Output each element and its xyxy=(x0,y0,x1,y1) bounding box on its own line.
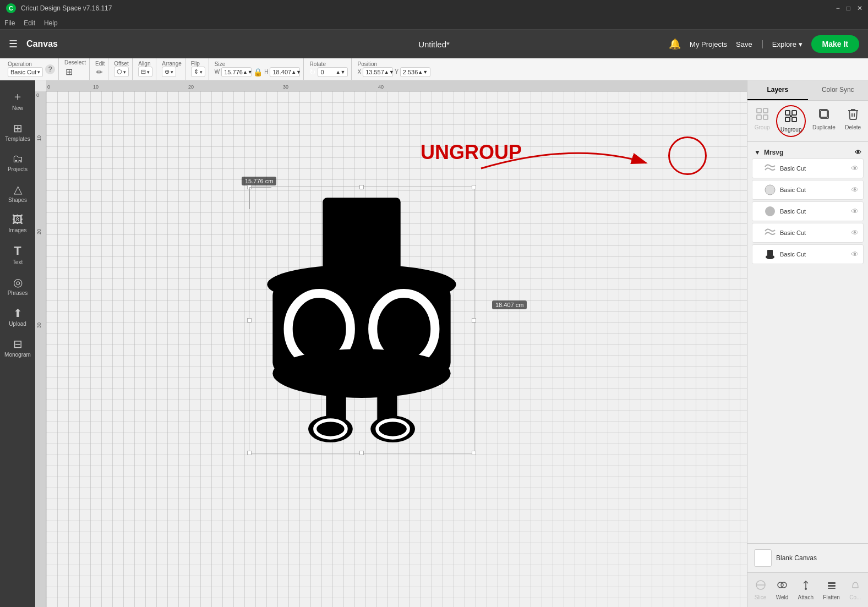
layer-thumb-5 xyxy=(763,248,777,261)
sidebar-item-phrases[interactable]: ◎ Phrases xyxy=(2,271,33,301)
sidebar-item-new[interactable]: ＋ New xyxy=(2,85,33,116)
flip-select[interactable]: ⇕ ▾ xyxy=(191,67,205,77)
left-sidebar: ＋ New ⊞ Templates 🗂 Projects △ Shapes 🖼 … xyxy=(0,80,35,607)
flip-chevron: ▾ xyxy=(200,69,203,75)
hamburger-menu[interactable]: ☰ xyxy=(9,38,18,50)
arrange-control: Arrange ⊕ ▾ xyxy=(162,61,182,77)
project-title: Untitled* xyxy=(418,40,450,49)
rotate-input[interactable]: 0 ▲▼ xyxy=(318,67,348,77)
align-icon: ⊟ xyxy=(141,68,146,75)
svg-image[interactable] xyxy=(249,187,474,453)
tab-color-sync[interactable]: Color Sync xyxy=(808,80,869,100)
svg-rect-40 xyxy=(828,588,836,589)
weld-icon xyxy=(777,579,788,593)
svg-rect-39 xyxy=(828,585,836,587)
design-canvas[interactable]: 15.776 cm 18.407 cm xyxy=(46,91,747,607)
collapse-icon: ▼ xyxy=(754,149,761,156)
layer-item-1[interactable]: Basic Cut 👁 xyxy=(752,158,864,178)
size-control: Size W 15.776 ▲▼ 🔒 H 18.407 ▲▼ xyxy=(215,62,301,77)
rotate-control: Rotate ↻ 0 ▲▼ xyxy=(309,62,348,77)
templates-label: Templates xyxy=(5,136,30,143)
toolbar: Operation Basic Cut ▾ ? Deselect ⊞ Edit … xyxy=(0,58,868,80)
menu-edit[interactable]: Edit xyxy=(24,19,35,27)
operation-select[interactable]: Basic Cut ▾ xyxy=(8,67,43,77)
explore-button[interactable]: Explore ▾ xyxy=(772,40,803,48)
svg-point-13 xyxy=(315,420,346,438)
nav-right: 🔔 My Projects Save | Explore ▾ Make It xyxy=(669,35,859,53)
ungroup-button[interactable]: Ungroup xyxy=(776,105,806,137)
layer-thumb-3 xyxy=(763,205,777,218)
position-y-input[interactable]: 2.536 ▲▼ xyxy=(400,67,430,77)
size-h-input[interactable]: 18.407 ▲▼ xyxy=(270,67,300,77)
save-button[interactable]: Save xyxy=(736,40,752,48)
deselect-button[interactable]: ⊞ xyxy=(64,65,74,78)
layer-item-5[interactable]: Basic Cut 👁 xyxy=(752,244,864,264)
close-btn[interactable]: ✕ xyxy=(857,4,862,12)
tab-layers[interactable]: Layers xyxy=(747,80,808,100)
my-projects-link[interactable]: My Projects xyxy=(690,40,727,48)
group-icon xyxy=(756,107,769,123)
svg-rect-17 xyxy=(757,108,761,113)
sidebar-item-images[interactable]: 🖼 Images xyxy=(2,209,33,238)
new-icon: ＋ xyxy=(12,89,23,104)
arrange-label: Arrange xyxy=(162,61,182,67)
weld-button[interactable]: Weld xyxy=(773,577,792,603)
sidebar-item-projects[interactable]: 🗂 Projects xyxy=(2,148,33,177)
layer-group-header[interactable]: ▼ Mrsvg 👁 xyxy=(752,146,864,158)
delete-button[interactable]: Delete xyxy=(842,105,864,137)
rotate-group: Rotate ↻ 0 ▲▼ xyxy=(306,58,352,80)
offset-select[interactable]: ⬡ ▾ xyxy=(114,67,129,77)
layer-item-3[interactable]: Basic Cut 👁 xyxy=(752,201,864,221)
sidebar-item-templates[interactable]: ⊞ Templates xyxy=(2,117,33,147)
layer-vis-3[interactable]: 👁 xyxy=(851,207,859,216)
duplicate-label: Duplicate xyxy=(812,124,836,130)
svg-rect-20 xyxy=(763,115,768,119)
contour-button[interactable]: Co... xyxy=(846,577,864,603)
height-dimension-label: 18.407 cm xyxy=(492,300,527,309)
rotate-label: Rotate xyxy=(309,62,325,67)
menu-help[interactable]: Help xyxy=(44,19,58,27)
svg-point-15 xyxy=(377,420,408,438)
attach-label: Attach xyxy=(798,594,814,600)
layer-vis-5[interactable]: 👁 xyxy=(851,250,859,259)
make-it-button[interactable]: Make It xyxy=(811,35,859,53)
sidebar-item-shapes[interactable]: △ Shapes xyxy=(2,178,33,208)
flip-icon: ⇕ xyxy=(194,68,199,75)
offset-chevron: ▾ xyxy=(123,69,126,75)
svg-point-9 xyxy=(272,349,450,398)
edit-button[interactable]: ✏ xyxy=(95,67,104,78)
notifications-icon[interactable]: 🔔 xyxy=(669,38,681,50)
deselect-label: Deselect xyxy=(64,60,86,65)
duplicate-button[interactable]: Duplicate xyxy=(809,105,839,137)
sidebar-item-text[interactable]: T Text xyxy=(2,239,33,270)
group-button[interactable]: Group xyxy=(751,105,773,137)
align-group: Align ⊟ ▾ xyxy=(135,58,156,80)
layer-vis-1[interactable]: 👁 xyxy=(851,164,859,173)
sidebar-item-monogram[interactable]: ⊟ Monogram xyxy=(2,333,33,363)
flatten-button[interactable]: Flatten xyxy=(820,577,843,603)
layer-vis-2[interactable]: 👁 xyxy=(851,185,859,194)
layer-item-2[interactable]: Basic Cut 👁 xyxy=(752,180,864,200)
bottom-actions: Slice Weld Attach Flatten xyxy=(747,572,868,607)
layer-item-4[interactable]: Basic Cut 👁 xyxy=(752,223,864,243)
minimize-btn[interactable]: − xyxy=(836,4,840,12)
slice-button[interactable]: Slice xyxy=(751,577,770,603)
arrange-select[interactable]: ⊕ ▾ xyxy=(162,67,176,77)
attach-button[interactable]: Attach xyxy=(795,577,817,603)
layer-name-4: Basic Cut xyxy=(780,229,848,236)
flatten-label: Flatten xyxy=(823,594,840,600)
group-visibility-icon[interactable]: 👁 xyxy=(855,149,861,156)
offset-control: Offset ⬡ ▾ xyxy=(114,61,129,77)
sidebar-item-upload[interactable]: ⬆ Upload xyxy=(2,302,33,332)
lock-icon[interactable]: 🔒 xyxy=(253,68,263,76)
layer-vis-4[interactable]: 👁 xyxy=(851,228,859,237)
menu-file[interactable]: File xyxy=(4,19,15,27)
svg-point-37 xyxy=(805,588,807,590)
maximize-btn[interactable]: □ xyxy=(847,4,850,12)
monogram-icon: ⊟ xyxy=(13,337,23,351)
size-w-input[interactable]: 15.776 ▲▼ xyxy=(221,67,252,77)
align-control: Align ⊟ ▾ xyxy=(138,61,152,77)
align-select[interactable]: ⊟ ▾ xyxy=(138,67,152,77)
position-x-input[interactable]: 13.557 ▲▼ xyxy=(363,67,393,77)
operation-help-button[interactable]: ? xyxy=(45,64,55,74)
